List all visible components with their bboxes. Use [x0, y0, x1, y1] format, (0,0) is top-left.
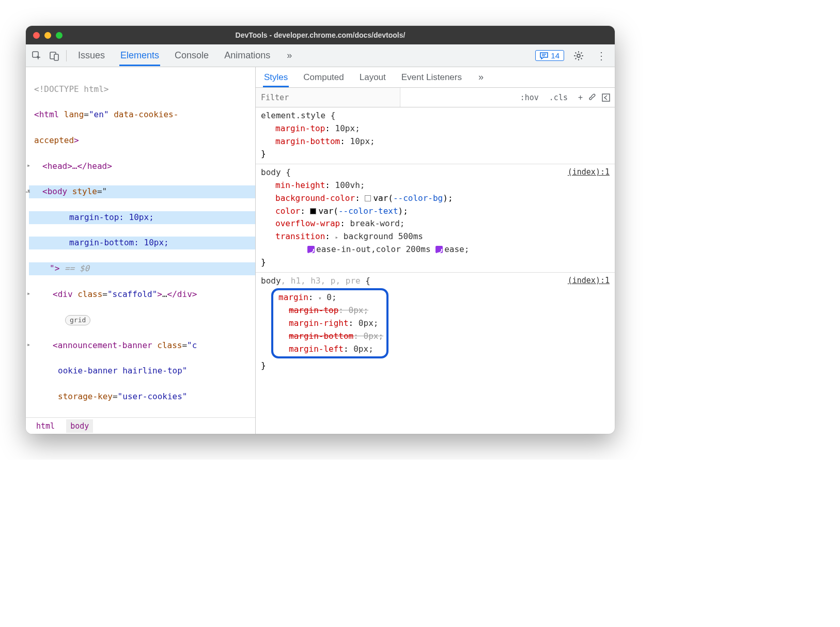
breadcrumb-html[interactable]: html: [32, 419, 59, 433]
bezier-swatch-icon[interactable]: [307, 246, 315, 253]
messages-count: 14: [551, 51, 559, 60]
tab-elements[interactable]: Elements: [119, 45, 160, 66]
cls-toggle[interactable]: .cls: [544, 93, 573, 102]
main-toolbar: Issues Elements Console Animations » 14 …: [26, 44, 615, 67]
breadcrumb: html body: [26, 417, 255, 434]
hov-toggle[interactable]: :hov: [515, 93, 544, 102]
window-title: DevTools - developer.chrome.com/docs/dev…: [26, 31, 615, 39]
styles-filter-input[interactable]: [256, 88, 400, 107]
more-options-icon[interactable]: ⋮: [593, 50, 610, 62]
tab-animations[interactable]: Animations: [223, 45, 271, 66]
subtab-layout[interactable]: Layout: [359, 68, 387, 87]
source-link[interactable]: (index):1: [568, 275, 610, 287]
rule-body[interactable]: (index):1 body { min-height: 100vh; back…: [256, 164, 615, 272]
color-swatch-icon[interactable]: [310, 208, 316, 214]
doctype: <!DOCTYPE html>: [34, 84, 109, 94]
minimize-window-button[interactable]: [44, 32, 51, 39]
devtools-window: DevTools - developer.chrome.com/docs/dev…: [26, 26, 615, 434]
main-tabs: Issues Elements Console Animations »: [77, 45, 292, 66]
paintbrush-icon[interactable]: [588, 93, 601, 102]
rule-element-style[interactable]: element.style { margin-top: 10px; margin…: [256, 107, 615, 164]
new-style-rule-button[interactable]: +: [573, 93, 588, 102]
styles-filter-bar: :hov .cls +: [256, 88, 615, 107]
breadcrumb-body[interactable]: body: [66, 419, 93, 433]
dom-tree[interactable]: <!DOCTYPE html> <html lang="en" data-coo…: [26, 67, 255, 417]
svg-rect-2: [54, 54, 58, 60]
head-node[interactable]: <head>…</head>: [29, 160, 255, 173]
svg-point-5: [577, 54, 580, 57]
tab-issues[interactable]: Issues: [77, 45, 106, 66]
svg-rect-6: [602, 94, 610, 101]
subtab-computed[interactable]: Computed: [302, 68, 345, 87]
subtabs-overflow-icon[interactable]: »: [478, 72, 484, 83]
inspect-element-icon[interactable]: [31, 50, 42, 61]
color-swatch-icon[interactable]: [365, 195, 371, 201]
body-node[interactable]: ⋯<body style=": [29, 185, 255, 198]
device-toolbar-icon[interactable]: [49, 50, 60, 61]
styles-panel: Styles Computed Layout Event Listeners »…: [256, 67, 615, 434]
styles-rules[interactable]: element.style { margin-top: 10px; margin…: [256, 107, 615, 434]
elements-panel: <!DOCTYPE html> <html lang="en" data-coo…: [26, 67, 256, 434]
sidebar-tabs: Styles Computed Layout Event Listeners »: [256, 67, 615, 88]
main-split: <!DOCTYPE html> <html lang="en" data-coo…: [26, 67, 615, 434]
announcement-banner-node[interactable]: <announcement-banner class="c: [29, 339, 255, 352]
rule-body-reset[interactable]: (index):1 body, h1, h3, p, pre { margin:…: [256, 273, 615, 376]
close-window-button[interactable]: [33, 32, 40, 39]
bezier-swatch-icon[interactable]: [435, 246, 443, 253]
settings-icon[interactable]: [570, 51, 587, 61]
separator: [66, 50, 67, 61]
tab-console[interactable]: Console: [174, 45, 210, 66]
div-scaffold-node[interactable]: <div class="scaffold">…</div>: [29, 288, 255, 301]
console-messages-badge[interactable]: 14: [535, 50, 564, 61]
computed-toggle-icon[interactable]: [601, 93, 615, 102]
grid-badge[interactable]: grid: [65, 315, 90, 325]
titlebar: DevTools - developer.chrome.com/docs/dev…: [26, 26, 615, 44]
traffic-lights: [33, 32, 63, 39]
subtab-styles[interactable]: Styles: [263, 68, 289, 87]
margin-shorthand-highlight: margin: ▾ 0; margin-top: 0px; margin-rig…: [271, 288, 388, 358]
subtab-event-listeners[interactable]: Event Listeners: [400, 68, 463, 87]
source-link[interactable]: (index):1: [568, 166, 610, 178]
tabs-overflow-icon[interactable]: »: [287, 50, 292, 61]
zoom-window-button[interactable]: [56, 32, 63, 39]
